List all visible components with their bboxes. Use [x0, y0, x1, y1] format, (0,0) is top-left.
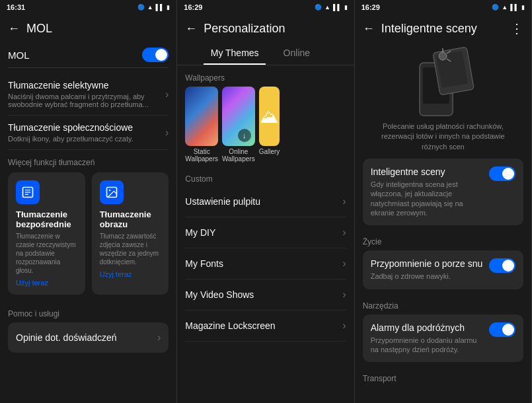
sleep-toggle[interactable] [489, 258, 515, 273]
battery-icon-3: ▮ [521, 4, 525, 11]
back-button-1[interactable]: ← [8, 22, 20, 36]
sleep-desc: Zadbaj o zdrowe nawyki. [371, 272, 483, 281]
status-bar-3: 16:29 🔵 ▲ ▌▌ ▮ [355, 0, 531, 15]
magazine-label: Magazine Lockscreen [185, 320, 275, 331]
tab-online[interactable]: Online [266, 42, 328, 65]
more-functions-label: Więcej funkcji tłumaczeń [8, 150, 169, 172]
smart-scenes-illustration [410, 46, 476, 119]
selective-label: Tłumaczenie selektywne [8, 80, 165, 91]
chevron-fonts: › [342, 258, 346, 270]
panel2-content: Wallpapers StaticWallpapers ↓ OnlineWall… [177, 68, 354, 403]
header-2: ← Personalization [177, 15, 354, 42]
direct-desc: Tłumaczenie w czasie rzeczywistym na pod… [16, 232, 77, 275]
panel-mol: 16:31 🔵 ▲ ▌▌ ▮ ← MOL MOL Tłumaczenie sel… [0, 0, 177, 403]
diy-label: My DIY [185, 227, 215, 238]
bluetooth-icon-2: 🔵 [315, 4, 322, 11]
wallpaper-gallery-label: Gallery [259, 148, 280, 155]
back-button-2[interactable]: ← [185, 22, 197, 36]
status-icons-2: 🔵 ▲ ▌▌ ▮ [315, 4, 348, 11]
svg-point-5 [109, 190, 111, 192]
header-3: ← Inteligentne sceny ⋮ [355, 15, 531, 42]
menu-item-social[interactable]: Tłumaczenie społecznościowe Dotknij ikon… [8, 116, 169, 150]
battery-icon: ▮ [167, 4, 170, 11]
social-label: Tłumaczenie społecznościowe [8, 122, 133, 133]
signal-icon: ▌▌ [156, 4, 165, 11]
list-item-video-shows[interactable]: My Video Shows › [185, 279, 346, 311]
status-bar-1: 16:31 🔵 ▲ ▌▌ ▮ [0, 0, 176, 15]
wallpaper-colorful-thumb[interactable]: ↓ [222, 87, 255, 146]
wallpapers-label: Wallpapers [185, 68, 346, 87]
image-desc: Tłumacz zawartość zdjęcia zawsze i wszęd… [100, 232, 161, 266]
life-section-label: Życie [363, 231, 523, 250]
wallpaper-yellow-thumb[interactable]: ⛰ [259, 87, 280, 146]
tab-my-themes[interactable]: My Themes [204, 42, 266, 65]
list-item-fonts[interactable]: My Fonts › [185, 248, 346, 279]
status-icons-3: 🔵 ▲ ▌▌ ▮ [492, 4, 525, 11]
wallpaper-online-label: OnlineWallpapers [222, 148, 255, 163]
feature-card-direct[interactable]: Tłumaczenie bezpośrednie Tłumaczenie w c… [8, 172, 85, 295]
direct-title: Tłumaczenie bezpośrednie [16, 209, 77, 229]
mol-label: MOL [8, 50, 30, 61]
mol-toggle-row[interactable]: MOL [8, 42, 169, 68]
video-shows-label: My Video Shows [185, 289, 254, 300]
feature-cards: Tłumaczenie bezpośrednie Tłumaczenie w c… [8, 172, 169, 295]
bluetooth-icon: 🔵 [137, 4, 145, 11]
sleep-title: Przypomnienie o porze snu [371, 258, 483, 269]
direct-link[interactable]: Użyj teraz [16, 279, 77, 287]
bluetooth-icon-3: 🔵 [492, 4, 499, 11]
list-item-magazine[interactable]: Magazine Lockscreen › [185, 311, 346, 342]
feedback-label: Opinie dot. doświadczeń [16, 332, 117, 343]
wallpaper-static[interactable]: StaticWallpapers [185, 87, 218, 163]
traveler-alarm-card: Alarmy dla podróżnych Przypomnienie o do… [363, 314, 523, 363]
more-menu-button[interactable]: ⋮ [510, 20, 523, 36]
selective-sublabel: Naciśnij dwoma palcami i przytrzymaj, ab… [8, 92, 165, 108]
sleep-reminder-card: Przypomnienie o porze snu Zadbaj o zdrow… [363, 250, 523, 289]
chevron-diy: › [342, 227, 346, 238]
battery-icon-2: ▮ [344, 4, 348, 11]
tools-section-label: Narzędzia [363, 295, 523, 314]
status-bar-2: 16:29 🔵 ▲ ▌▌ ▮ [177, 0, 354, 15]
smart-scenes-title: Inteligentne sceny [371, 166, 484, 177]
wallpaper-static-label: StaticWallpapers [185, 148, 218, 163]
panel-smart-scenes: 16:29 🔵 ▲ ▌▌ ▮ ← Inteligentne sceny ⋮ [355, 0, 532, 403]
signal-icon-3: ▌▌ [510, 4, 519, 11]
alarm-toggle[interactable] [489, 322, 515, 337]
wallpaper-gallery[interactable]: ⛰ Gallery [259, 87, 280, 163]
wallpaper-online[interactable]: ↓ OnlineWallpapers [222, 87, 255, 163]
fonts-label: My Fonts [185, 258, 223, 269]
social-sublabel: Dotknij ikony, aby przetłumaczyć czaty. [8, 135, 133, 143]
page-title-1: MOL [26, 22, 169, 36]
status-icons-1: 🔵 ▲ ▌▌ ▮ [137, 4, 171, 11]
alarm-desc: Przypomnienie o dodaniu alarmu na następ… [371, 336, 484, 355]
image-title: Tłumaczenie obrazu [100, 209, 161, 229]
time-1: 16:31 [7, 3, 25, 11]
page-title-2: Personalization [204, 22, 346, 36]
time-2: 16:29 [184, 3, 202, 11]
feature-card-image[interactable]: Tłumaczenie obrazu Tłumacz zawartość zdj… [92, 172, 169, 295]
feedback-item[interactable]: Opinie dot. doświadczeń › [8, 322, 169, 353]
image-link[interactable]: Użyj teraz [100, 270, 161, 278]
wifi-icon: ▲ [147, 4, 153, 11]
wallpaper-grid: StaticWallpapers ↓ OnlineWallpapers ⛰ Ga… [185, 87, 346, 163]
panel1-content: MOL Tłumaczenie selektywne Naciśnij dwom… [0, 42, 176, 403]
svg-point-10 [439, 52, 447, 60]
chevron-icon-2: › [165, 127, 169, 139]
scenes-description: Polecanie usług płatności rachunków, rez… [363, 122, 523, 159]
custom-label: Custom [185, 169, 346, 186]
mol-toggle[interactable] [142, 48, 169, 62]
mountain-icon: ⛰ [260, 106, 278, 128]
image-icon [100, 180, 124, 204]
list-item-desktop[interactable]: Ustawienie pulpitu › [185, 186, 346, 217]
time-3: 16:29 [361, 3, 380, 11]
menu-item-selective[interactable]: Tłumaczenie selektywne Naciśnij dwoma pa… [8, 73, 169, 116]
chevron-icon-3: › [157, 332, 161, 344]
chevron-icon-1: › [165, 89, 169, 100]
page-title-3: Inteligentne sceny [381, 22, 504, 36]
smart-scenes-toggle[interactable] [489, 166, 515, 181]
chevron-video: › [342, 289, 346, 301]
back-button-3[interactable]: ← [363, 22, 375, 36]
chevron-desktop: › [342, 196, 346, 207]
list-item-diy[interactable]: My DIY › [185, 217, 346, 248]
personalization-tabs: My Themes Online [177, 42, 354, 65]
wallpaper-blue-thumb[interactable] [185, 87, 218, 146]
